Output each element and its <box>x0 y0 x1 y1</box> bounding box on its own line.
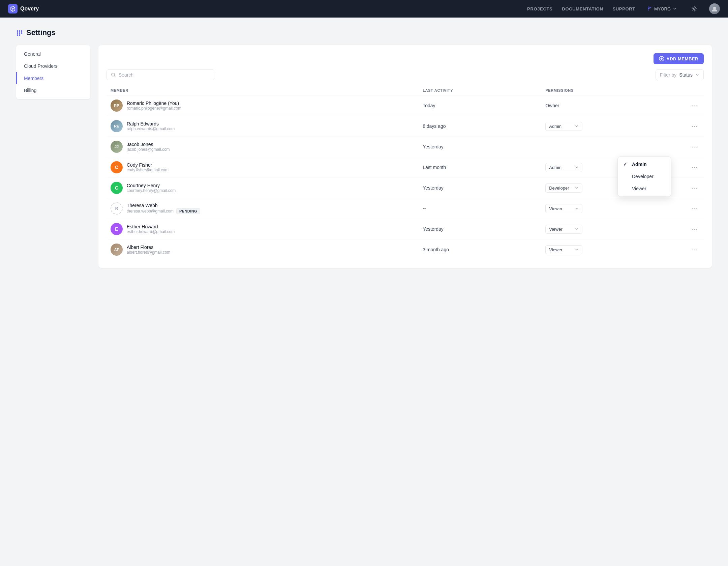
page-title-row: Settings <box>16 28 712 37</box>
settings-sidebar: General Cloud Providers Members Billing <box>16 45 90 99</box>
filter-chevron-icon <box>695 73 699 77</box>
member-avatar: R <box>111 202 123 215</box>
last-activity: Yesterday <box>423 144 444 149</box>
activity-cell-0: Today <box>419 95 541 116</box>
user-avatar[interactable] <box>709 3 720 14</box>
add-member-button[interactable]: ADD MEMBER <box>654 53 704 64</box>
more-options-button[interactable]: ··· <box>690 246 700 254</box>
permission-dropdown-6[interactable]: Viewer <box>545 225 582 234</box>
member-name: Ralph Edwards <box>127 121 175 126</box>
member-avatar: E <box>111 223 123 235</box>
activity-cell-4: Yesterday <box>419 178 541 198</box>
page-content: Settings General Cloud Providers Members… <box>0 18 728 279</box>
member-email: albert.flores@gmail.com <box>127 250 171 255</box>
dropdown-chevron-icon <box>575 124 579 128</box>
search-box[interactable] <box>107 69 214 80</box>
nav-support[interactable]: SUPPORT <box>612 6 635 11</box>
sidebar-item-billing[interactable]: Billing <box>16 84 90 96</box>
permission-cell-7: Viewer <box>541 239 686 260</box>
permission-value: Admin <box>549 165 562 170</box>
settings-gear-button[interactable] <box>689 3 700 14</box>
member-info-cell: C Cody Fisher cody.fisher@gmail.com <box>111 161 415 173</box>
more-options-button[interactable]: ··· <box>690 204 700 213</box>
brand-logo[interactable]: Qovery <box>8 4 39 13</box>
col-permissions: PERMISSIONS <box>541 86 686 95</box>
pending-badge: PENDING <box>176 208 200 214</box>
filter-dropdown[interactable]: Filter by Status <box>656 69 704 80</box>
chevron-down-icon <box>673 7 677 11</box>
dropdown-item-admin[interactable]: ✓ Admin <box>618 158 671 170</box>
member-name: Courtney Henry <box>127 183 176 188</box>
more-options-button[interactable]: ··· <box>690 163 700 172</box>
actions-cell-0: ··· <box>686 95 704 116</box>
col-last-activity: LAST ACTIVITY <box>419 86 541 95</box>
more-options-button[interactable]: ··· <box>690 122 700 131</box>
member-name: Cody Fisher <box>127 162 169 168</box>
member-info-cell: RE Ralph Edwards ralph.edwards@gmail.com <box>111 120 415 132</box>
permission-owner: Owner <box>545 103 559 108</box>
dropdown-chevron-icon <box>575 227 579 231</box>
members-toolbar: ADD MEMBER <box>107 53 704 64</box>
settings-page-icon <box>16 29 23 36</box>
permission-dropdown-1[interactable]: Admin <box>545 122 582 131</box>
page-title: Settings <box>26 28 56 37</box>
member-name: Romaric Philogène (You) <box>127 101 181 106</box>
search-input[interactable] <box>119 72 210 78</box>
permission-cell-0: Owner <box>541 95 686 116</box>
nav-documentation[interactable]: DOCUMENTATION <box>562 6 603 11</box>
member-name: Albert Flores <box>127 245 171 250</box>
more-options-button[interactable]: ··· <box>690 184 700 192</box>
activity-cell-2: Yesterday <box>419 137 541 157</box>
activity-cell-6: Yesterday <box>419 219 541 239</box>
table-row: C Courtney Henry courtney.henry@gmail.co… <box>107 178 704 198</box>
table-row: RE Ralph Edwards ralph.edwards@gmail.com… <box>107 116 704 137</box>
member-info-cell: R Theresa Webb theresa.webb@gmail.com PE… <box>111 202 415 215</box>
member-cell-6: E Esther Howard esther.howard@gmail.com <box>107 219 419 239</box>
last-activity: Last month <box>423 165 446 170</box>
member-details: Ralph Edwards ralph.edwards@gmail.com <box>127 121 175 131</box>
member-email: romaric.philogene@gmail.com <box>127 106 181 111</box>
gear-icon <box>692 6 697 11</box>
actions-cell-6: ··· <box>686 219 704 239</box>
members-table: MEMBER LAST ACTIVITY PERMISSIONS RP Roma… <box>107 86 704 260</box>
more-options-button[interactable]: ··· <box>690 143 700 151</box>
permission-dropdown-7[interactable]: Viewer <box>545 245 582 254</box>
sidebar-item-general[interactable]: General <box>16 48 90 60</box>
actions-cell-2: ··· <box>686 137 704 157</box>
permission-dropdown-5[interactable]: Viewer <box>545 204 582 213</box>
member-details: Romaric Philogène (You) romaric.philogen… <box>127 101 181 111</box>
member-email: theresa.webb@gmail.com <box>127 209 174 214</box>
more-options-button[interactable]: ··· <box>690 225 700 233</box>
permission-dropdown-3[interactable]: Admin <box>545 163 582 172</box>
dropdown-viewer-label: Viewer <box>632 186 646 191</box>
member-email: courtney.henry@gmail.com <box>127 188 176 193</box>
members-tbody: RP Romaric Philogène (You) romaric.philo… <box>107 95 704 260</box>
org-selector[interactable]: MYORG <box>645 5 679 13</box>
sidebar-item-members[interactable]: Members <box>16 72 90 84</box>
member-details: Esther Howard esther.howard@gmail.com <box>127 224 175 234</box>
table-row: AF Albert Flores albert.flores@gmail.com… <box>107 239 704 260</box>
permission-dropdown-4[interactable]: Developer <box>545 183 582 193</box>
more-options-button[interactable]: ··· <box>690 102 700 110</box>
table-row: E Esther Howard esther.howard@gmail.com … <box>107 219 704 239</box>
dropdown-item-viewer[interactable]: Viewer <box>618 182 671 195</box>
member-email: cody.fisher@gmail.com <box>127 168 169 172</box>
nav-projects[interactable]: PROJECTS <box>527 6 552 11</box>
activity-cell-3: Last month <box>419 157 541 178</box>
permission-value: Admin <box>549 124 562 129</box>
activity-cell-1: 8 days ago <box>419 116 541 137</box>
member-avatar: C <box>111 182 123 194</box>
member-details: Theresa Webb theresa.webb@gmail.com PEND… <box>127 203 200 214</box>
table-row: C Cody Fisher cody.fisher@gmail.com Last… <box>107 157 704 178</box>
member-cell-1: RE Ralph Edwards ralph.edwards@gmail.com <box>107 116 419 137</box>
last-activity: 3 month ago <box>423 247 449 252</box>
navbar-links: PROJECTS DOCUMENTATION SUPPORT MYORG <box>527 3 720 14</box>
member-avatar: RE <box>111 120 123 132</box>
sidebar-item-cloud-providers[interactable]: Cloud Providers <box>16 60 90 72</box>
dropdown-item-developer[interactable]: Developer <box>618 170 671 182</box>
permission-cell-inner: Owner <box>545 103 681 108</box>
navbar: Qovery PROJECTS DOCUMENTATION SUPPORT MY… <box>0 0 728 18</box>
table-row: JJ Jacob Jones jacob.jones@gmail.com Yes… <box>107 137 704 157</box>
plus-circle-icon <box>659 56 664 61</box>
permission-cell-2 <box>541 137 686 157</box>
